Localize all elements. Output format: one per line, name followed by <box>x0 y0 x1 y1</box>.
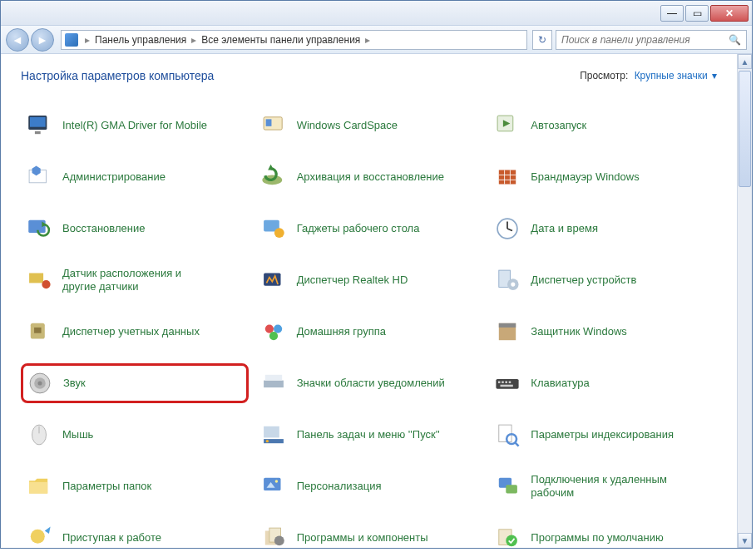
cp-item-homegroup[interactable]: Домашняя группа <box>255 312 483 352</box>
cp-item-realtek[interactable]: Диспетчер Realtek HD <box>255 260 483 300</box>
folders-icon <box>24 471 54 501</box>
svg-rect-45 <box>501 385 513 387</box>
cp-item-mouse[interactable]: Мышь <box>21 415 249 455</box>
cp-item-sensor[interactable]: Датчик расположения и другие датчики <box>21 260 249 300</box>
svg-rect-29 <box>34 328 42 333</box>
cp-item-label: Мышь <box>62 428 93 441</box>
remote-icon <box>492 471 522 501</box>
cp-item-card[interactable]: Windows CardSpace <box>255 106 483 145</box>
cp-item-firewall[interactable]: Брандмауэр Windows <box>489 157 717 197</box>
cp-item-label: Дата и время <box>531 222 598 235</box>
recovery-icon <box>24 214 54 244</box>
scroll-track[interactable] <box>738 69 752 533</box>
cp-item-devmgr[interactable]: Диспетчер устройств <box>489 260 717 300</box>
items-grid: Intel(R) GMA Driver for MobileWindows Ca… <box>21 106 717 548</box>
cp-item-monitor-intel[interactable]: Intel(R) GMA Driver for Mobile <box>21 106 249 145</box>
cp-item-label: Windows CardSpace <box>297 119 398 132</box>
back-button[interactable]: ◄ <box>6 28 29 52</box>
cp-item-label: Клавиатура <box>531 377 589 390</box>
breadcrumb-root[interactable]: Панель управления <box>93 34 188 46</box>
cp-item-keyboard[interactable]: Клавиатура <box>489 363 717 403</box>
cp-item-taskbar[interactable]: Панель задач и меню ''Пуск'' <box>255 415 483 455</box>
gadgets-icon <box>259 214 289 244</box>
breadcrumb-current[interactable]: Все элементы панели управления <box>200 34 362 46</box>
cp-item-tray[interactable]: Значки области уведомлений <box>255 363 483 403</box>
titlebar: — ▭ ✕ <box>1 1 752 26</box>
svg-point-59 <box>31 530 45 544</box>
cp-item-remote[interactable]: Подключения к удаленным рабочим <box>489 466 717 506</box>
homegroup-icon <box>259 317 289 347</box>
monitor-intel-icon <box>24 111 54 140</box>
svg-rect-2 <box>35 131 41 134</box>
breadcrumb-sep: ▸ <box>188 34 200 46</box>
search-box[interactable]: 🔍 <box>556 30 747 50</box>
cp-item-programs[interactable]: Программы и компоненты <box>255 518 483 548</box>
view-dropdown[interactable]: Крупные значки ▾ <box>635 70 717 81</box>
close-button[interactable]: ✕ <box>710 5 749 22</box>
cp-item-label: Программы по умолчанию <box>531 531 663 545</box>
personalize-icon <box>259 471 289 501</box>
cp-item-sound[interactable]: Звук <box>21 363 249 403</box>
card-icon <box>259 111 289 140</box>
cp-item-autoplay[interactable]: Автозапуск <box>489 106 717 145</box>
svg-rect-1 <box>30 117 46 127</box>
cp-item-personalize[interactable]: Персонализация <box>255 466 483 506</box>
svg-rect-22 <box>29 274 43 283</box>
forward-button[interactable]: ► <box>31 28 54 52</box>
cp-item-backup[interactable]: Архивация и восстановление <box>255 157 483 197</box>
svg-rect-40 <box>497 379 519 389</box>
cp-item-label: Диспетчер учетных данных <box>62 325 200 338</box>
cp-item-defender[interactable]: Защитник Windows <box>489 312 717 352</box>
header-row: Настройка параметров компьютера Просмотр… <box>21 69 717 82</box>
cp-item-label: Брандмауэр Windows <box>531 170 639 184</box>
taskbar-icon <box>259 420 289 450</box>
cp-item-label: Датчик расположения и другие датчики <box>62 267 212 294</box>
cp-item-admin[interactable]: Администрирование <box>21 157 249 197</box>
keyboard-icon <box>492 368 522 398</box>
realtek-icon <box>259 265 289 295</box>
refresh-button[interactable]: ↻ <box>532 30 552 50</box>
maximize-button[interactable]: ▭ <box>685 5 709 22</box>
vertical-scrollbar[interactable]: ▲ ▼ <box>737 54 752 548</box>
minimize-button[interactable]: — <box>660 5 684 22</box>
cp-item-label: Диспетчер устройств <box>531 274 636 287</box>
scroll-up-button[interactable]: ▲ <box>738 54 752 69</box>
cp-item-datetime[interactable]: Дата и время <box>489 209 717 249</box>
cp-item-defaultprog[interactable]: Программы по умолчанию <box>489 518 717 548</box>
svg-point-23 <box>42 280 50 288</box>
cp-item-label: Архивация и восстановление <box>297 170 444 184</box>
cp-item-getstarted[interactable]: Приступая к работе <box>21 518 249 548</box>
cp-item-label: Восстановление <box>62 222 145 235</box>
svg-line-53 <box>516 442 519 446</box>
scroll-thumb[interactable] <box>739 71 751 187</box>
cp-item-label: Intel(R) GMA Driver for Mobile <box>62 119 207 132</box>
svg-point-31 <box>274 325 282 333</box>
cp-item-label: Администрирование <box>62 170 166 184</box>
cp-item-label: Домашняя группа <box>297 325 386 338</box>
cp-item-folders[interactable]: Параметры папок <box>21 466 249 506</box>
cp-item-gadgets[interactable]: Гаджеты рабочего стола <box>255 209 483 249</box>
cp-item-recovery[interactable]: Восстановление <box>21 209 249 249</box>
svg-rect-38 <box>264 381 284 388</box>
svg-rect-41 <box>498 381 501 383</box>
svg-rect-10 <box>499 170 516 185</box>
main-panel: Настройка параметров компьютера Просмотр… <box>1 54 737 548</box>
cp-item-indexing[interactable]: Параметры индексирования <box>489 415 717 455</box>
svg-rect-48 <box>264 426 279 438</box>
address-bar[interactable]: ▸ Панель управления ▸ Все элементы панел… <box>61 30 527 50</box>
cp-item-label: Диспетчер Realtek HD <box>297 274 408 287</box>
mouse-icon <box>24 420 54 450</box>
view-control: Просмотр: Крупные значки ▾ <box>580 70 717 81</box>
svg-point-62 <box>274 535 284 545</box>
admin-icon <box>24 162 54 192</box>
scroll-down-button[interactable]: ▼ <box>738 533 752 548</box>
defaultprog-icon <box>492 523 522 548</box>
tray-icon <box>259 368 289 398</box>
svg-rect-54 <box>29 482 47 494</box>
search-icon[interactable]: 🔍 <box>729 34 741 46</box>
cp-item-label: Параметры папок <box>62 480 151 493</box>
svg-rect-39 <box>264 375 281 381</box>
cp-item-credmgr[interactable]: Диспетчер учетных данных <box>21 312 249 352</box>
search-input[interactable] <box>561 34 729 46</box>
svg-point-30 <box>264 325 273 333</box>
